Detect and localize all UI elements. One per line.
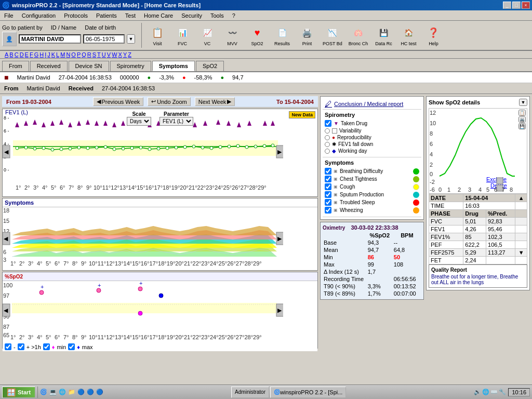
minimize-btn[interactable]: _ <box>503 2 511 9</box>
alpha-y[interactable]: Y <box>123 51 127 58</box>
alpha-g[interactable]: G <box>34 51 39 58</box>
dob-input[interactable] <box>83 34 125 44</box>
toolbar-results-btn[interactable]: 📄 Results <box>271 23 294 47</box>
tab-from[interactable]: From <box>2 61 29 71</box>
scale-select[interactable]: Days <box>127 117 151 126</box>
toolbar-bronc-btn[interactable]: 🫁 Bronc Ch <box>347 23 370 47</box>
toolbar-mvv-btn[interactable]: 〰️ MVV <box>221 23 244 47</box>
taskbar-icon-7[interactable]: 🔵 <box>96 389 103 395</box>
scroll-up[interactable]: ▲ <box>515 194 527 202</box>
taskbar-icon-4[interactable]: 📁 <box>68 389 75 395</box>
alpha-u[interactable]: U <box>101 51 107 58</box>
close-btn[interactable]: × <box>522 2 530 9</box>
dob-dropdown-btn[interactable]: ▼ <box>127 34 135 44</box>
spo2-ctrl-max[interactable] <box>68 343 75 350</box>
spo2-ctrl-1h[interactable] <box>18 343 24 350</box>
chest-tightness-checkbox[interactable] <box>325 176 331 182</box>
alpha-c[interactable]: C <box>14 51 19 58</box>
alpha-m[interactable]: M <box>60 51 65 58</box>
alpha-k[interactable]: K <box>51 51 56 58</box>
menu-help[interactable]: ? <box>230 12 237 19</box>
toolbar-fvc-btn[interactable]: 📊 FVC <box>171 23 194 47</box>
spo2-detail-collapse[interactable]: ▼ <box>519 99 527 106</box>
prev-week-btn[interactable]: ◀ Previous Week <box>93 97 144 106</box>
window-controls[interactable]: _ □ × <box>503 2 530 9</box>
from-bar: From Martini David Received 27-04-2004 1… <box>0 83 532 94</box>
alpha-p[interactable]: P <box>76 51 81 58</box>
copy-btn[interactable]: 📋 <box>518 110 526 116</box>
alpha-f[interactable]: F <box>29 51 34 58</box>
toolbar-visit-btn[interactable]: 📋 Visit <box>146 23 169 47</box>
taskbar-icon-5[interactable]: 🔵 <box>77 389 85 395</box>
alpha-s[interactable]: S <box>92 51 97 58</box>
print-detail-btn[interactable]: 🖨️ <box>518 116 526 123</box>
taskbar-winspiropro-btn[interactable]: 🌀 winspiroPRO 2.2 - [Spi... <box>270 387 346 398</box>
alpha-h[interactable]: H <box>39 51 44 58</box>
param-select[interactable]: FEV1 (L) <box>159 117 193 126</box>
cough-checkbox[interactable] <box>325 183 331 190</box>
alpha-o[interactable]: O <box>71 51 76 58</box>
menu-security[interactable]: Security <box>179 12 204 19</box>
drug-label: Drug <box>463 210 486 218</box>
menu-homecare[interactable]: Home Care <box>142 12 175 19</box>
menu-test[interactable]: Test <box>123 12 138 19</box>
alpha-r[interactable]: R <box>87 51 92 58</box>
alpha-t[interactable]: T <box>97 51 101 58</box>
toolbar-postbd-btn[interactable]: 📉 POST Bd <box>321 23 344 47</box>
spo2-ctrl-min[interactable] <box>43 343 50 350</box>
reproducibility-radio[interactable] <box>325 135 330 140</box>
save-btn[interactable]: 💾 <box>518 123 526 129</box>
alpha-l[interactable]: L <box>56 51 60 58</box>
sputum-checkbox[interactable] <box>325 191 331 198</box>
taken-drug-checkbox[interactable] <box>325 120 331 127</box>
taskbar-icon-6[interactable]: 🔵 <box>87 389 94 395</box>
menu-protocols[interactable]: Protocols <box>62 12 90 19</box>
new-data-btn[interactable]: New Data <box>289 111 315 118</box>
fev1-falldown-radio[interactable] <box>325 142 330 147</box>
alpha-x[interactable]: X <box>118 51 123 58</box>
toolbar-help-btn[interactable]: ❓ Help <box>422 23 445 47</box>
wheezing-checkbox[interactable] <box>325 207 331 214</box>
alpha-e[interactable]: E <box>24 51 29 58</box>
alpha-n[interactable]: N <box>65 51 71 58</box>
menu-tools[interactable]: Tools <box>208 12 226 19</box>
menu-configuration[interactable]: Configuration <box>20 12 58 19</box>
tab-device-sn[interactable]: Device SN <box>69 61 109 71</box>
alpha-w[interactable]: W <box>111 51 117 58</box>
tab-received[interactable]: Received <box>30 61 68 71</box>
taskbar-admin-btn[interactable]: Administrator <box>231 387 269 398</box>
maximize-btn[interactable]: □ <box>512 2 521 9</box>
alpha-q[interactable]: Q <box>81 51 87 58</box>
variability-radio[interactable] <box>325 128 330 134</box>
alpha-a[interactable]: A <box>4 51 9 58</box>
toolbar-vc-btn[interactable]: 📈 VC <box>196 23 219 47</box>
toolbar-print-btn[interactable]: 🖨️ Print <box>296 23 318 47</box>
tab-spo2[interactable]: SpO2 <box>196 61 224 71</box>
taskbar-icon-1[interactable]: 🌀 <box>40 389 47 395</box>
toolbar-spo2-btn[interactable]: ♥ SpO2 <box>246 23 269 47</box>
menu-patients[interactable]: Patients <box>94 12 119 19</box>
alpha-j[interactable]: J <box>47 51 51 58</box>
taskbar-icon-3[interactable]: 🌐 <box>59 389 66 395</box>
spo2-ctrl-minus[interactable] <box>5 343 11 350</box>
toolbar-hctest-btn[interactable]: 🏠 HC test <box>397 23 420 47</box>
start-button[interactable]: 🪟 Start <box>2 387 35 398</box>
patient-name-input[interactable] <box>19 34 81 44</box>
toolbar-datarc-btn[interactable]: 💾 Data Rc <box>372 23 395 47</box>
next-week-btn[interactable]: Next Week ▶ <box>195 97 235 106</box>
conclusion-btn[interactable]: 🖊 Conclusion / Medical report <box>323 99 421 110</box>
troubled-sleep-checkbox[interactable] <box>325 199 331 206</box>
breathing-difficulty-checkbox[interactable] <box>325 168 331 175</box>
scroll-down[interactable]: ▼ <box>515 249 527 257</box>
alpha-b[interactable]: B <box>9 51 14 58</box>
alpha-d[interactable]: D <box>19 51 24 58</box>
working-day-radio[interactable] <box>325 149 330 154</box>
taskbar-icon-2[interactable]: 💻 <box>49 389 57 395</box>
tab-symptoms[interactable]: Symptoms <box>152 61 195 71</box>
undo-zoom-btn[interactable]: ↩ Undo Zoom <box>148 97 190 106</box>
tab-spirometry[interactable]: Spirometry <box>110 61 151 71</box>
alpha-z[interactable]: Z <box>127 51 132 58</box>
menu-file[interactable]: File <box>2 12 16 19</box>
alpha-v[interactable]: V <box>107 51 111 58</box>
patient-icon[interactable]: 👤 <box>2 32 17 46</box>
